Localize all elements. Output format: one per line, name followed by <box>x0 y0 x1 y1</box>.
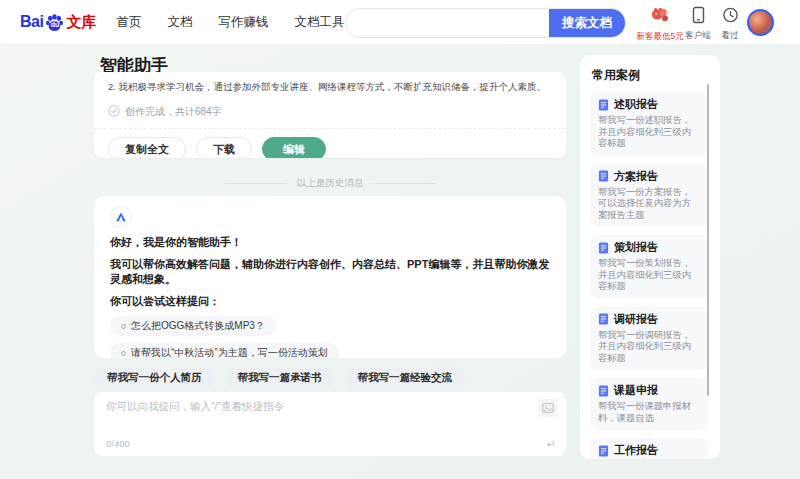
viewed-label: 看过 <box>722 30 739 42</box>
suggestion-chip-midautumn-plan[interactable]: 请帮我以“中秋活动”为主题，写一份活动策划 <box>110 343 339 358</box>
generation-status-row: 创作完成，共计684字 <box>108 103 552 121</box>
quick-prompt-experience[interactable]: 帮我写一篇经验交流 <box>345 367 466 389</box>
case-desc: 帮我写一份调研报告，并且内容细化到三级内容标题 <box>598 330 700 365</box>
case-item-cehua-report[interactable]: 策划报告 帮我写一份策划报告，并且内容细化到三级内容标题 <box>590 235 708 299</box>
case-desc: 帮我写一份述职报告，并且内容细化到三级内容标题 <box>598 115 700 150</box>
mobile-client-icon <box>691 6 706 28</box>
case-title: 策划报告 <box>614 240 658 255</box>
message-composer: 0/400 ↵ <box>94 392 566 456</box>
result-actions: 复制全文 下载 编辑 <box>108 137 552 158</box>
logo-text-wenku: 文库 <box>66 13 96 32</box>
case-title: 工作报告 <box>614 443 658 458</box>
search-button[interactable]: 搜索文档 <box>549 9 625 37</box>
case-title: 述职报告 <box>614 97 658 112</box>
quick-prompt-row: 帮我写一份个人简历 帮我写一篇承诺书 帮我写一篇经验交流 <box>94 367 465 389</box>
edit-button[interactable]: 编辑 <box>262 137 326 158</box>
greeting-line-2: 我可以帮你高效解答问题，辅助你进行内容创作、内容总结、PPT编辑等，并且帮助你激… <box>110 257 550 287</box>
top-header: Bai du 文库 首页 文档 写作赚钱 <box>0 0 800 45</box>
baidu-wenku-logo[interactable]: Bai du 文库 <box>20 12 96 33</box>
document-icon <box>598 99 609 111</box>
document-icon <box>598 313 609 325</box>
download-button[interactable]: 下载 <box>196 137 252 158</box>
quick-prompt-commitment[interactable]: 帮我写一篇承诺书 <box>225 367 335 389</box>
generation-result-card: 2. 我积极寻求学习机会，通过参加外部专业讲座、网络课程等方式，不断扩充知识储备… <box>94 72 566 158</box>
assistant-greeting-card: 你好，我是你的智能助手！ 我可以帮你高效解答问题，辅助你进行内容创作、内容总结、… <box>94 196 566 358</box>
result-separator <box>94 128 566 129</box>
result-excerpt-text: 2. 我积极寻求学习机会，通过参加外部专业讲座、网络课程等方式，不断扩充知识储备… <box>108 81 552 94</box>
client-label: 客户端 <box>685 30 711 42</box>
enter-key-icon: ↵ <box>547 438 556 451</box>
case-title: 调研报告 <box>614 312 658 327</box>
assistant-avatar <box>110 206 132 228</box>
generation-status-text: 创作完成，共计684字 <box>125 105 222 119</box>
suggestion-chip-ogg-mp3[interactable]: 怎么把OGG格式转换成MP3？ <box>110 316 276 336</box>
history-divider-text: 以上是历史消息 <box>297 177 364 190</box>
upload-image-button[interactable] <box>539 399 557 417</box>
bullet-circle-icon <box>121 324 126 329</box>
user-avatar[interactable] <box>747 9 774 36</box>
case-title: 课题申报 <box>614 383 658 398</box>
char-counter: 0/400 <box>106 438 130 449</box>
logo-text-bai: Bai <box>20 13 43 31</box>
search-bar: 搜索文档 <box>345 8 626 38</box>
case-item-diaoyan-report[interactable]: 调研报告 帮我写一份调研报告，并且内容细化到三级内容标题 <box>590 307 708 371</box>
promo-mascot-icon <box>650 6 670 29</box>
divider-line-right <box>373 183 435 184</box>
common-cases-panel: 常用案例 述职报告 帮我写一份述职报告，并且内容细化到三级内容标题 <box>580 55 720 459</box>
quick-prompt-resume[interactable]: 帮我写一份个人简历 <box>94 367 215 389</box>
case-desc: 帮我写一份策划报告，并且内容细化到三级内容标题 <box>598 258 700 293</box>
case-item-keti-shenbao[interactable]: 课题申报 帮我写一份课题申报材料，课题自选 <box>590 378 708 430</box>
sidebar-scrollbar[interactable] <box>707 84 709 396</box>
greeting-line-1: 你好，我是你的智能助手！ <box>110 235 550 250</box>
nav-item-write-earn[interactable]: 写作赚钱 <box>218 14 268 31</box>
case-item-fangan-report[interactable]: 方案报告 帮我写一份方案报告，可以选择任意内容为方案报告主题 <box>590 164 708 228</box>
image-icon <box>542 402 554 414</box>
bullet-circle-icon <box>121 351 126 356</box>
copy-full-text-button[interactable]: 复制全文 <box>108 137 186 158</box>
nav-item-doc-tools[interactable]: 文档工具 <box>294 14 344 31</box>
composer-input[interactable] <box>106 400 526 430</box>
nav-item-docs[interactable]: 文档 <box>167 14 192 31</box>
wenku-triangle-logo-icon <box>115 211 127 223</box>
check-circle-icon <box>108 103 120 121</box>
viewed-entry[interactable]: 看过 <box>708 6 752 42</box>
document-icon <box>598 445 609 457</box>
greeting-line-3: 你可以尝试这样提问： <box>110 294 550 309</box>
case-item-shuzhi-report[interactable]: 述职报告 帮我写一份述职报告，并且内容细化到三级内容标题 <box>590 92 708 156</box>
nav-item-home[interactable]: 首页 <box>116 14 141 31</box>
history-divider: 以上是历史消息 <box>94 177 566 190</box>
logo-text-du: du <box>44 21 65 28</box>
divider-line-left <box>225 183 287 184</box>
document-icon <box>598 170 609 182</box>
suggestion-text: 请帮我以“中秋活动”为主题，写一份活动策划 <box>131 346 328 358</box>
document-icon <box>598 242 609 254</box>
app-window: Bai du 文库 首页 文档 写作赚钱 <box>0 0 800 479</box>
search-input[interactable] <box>346 9 549 37</box>
suggestion-text: 怎么把OGG格式转换成MP3？ <box>131 319 265 333</box>
common-cases-title: 常用案例 <box>592 67 708 84</box>
case-item-gongzuo-report[interactable]: 工作报告 帮我写一份工作报告，工作类型随机 <box>590 438 708 459</box>
baidu-paw-icon: du <box>44 12 65 33</box>
case-desc: 帮我写一份方案报告，可以选择任意内容为方案报告主题 <box>598 187 700 222</box>
suggestion-list: 怎么把OGG格式转换成MP3？ 请帮我以“中秋活动”为主题，写一份活动策划 请辅… <box>110 309 550 358</box>
document-icon <box>598 385 609 397</box>
case-desc: 帮我写一份课题申报材料，课题自选 <box>598 401 700 424</box>
case-title: 方案报告 <box>614 169 658 184</box>
history-clock-icon <box>722 6 739 28</box>
